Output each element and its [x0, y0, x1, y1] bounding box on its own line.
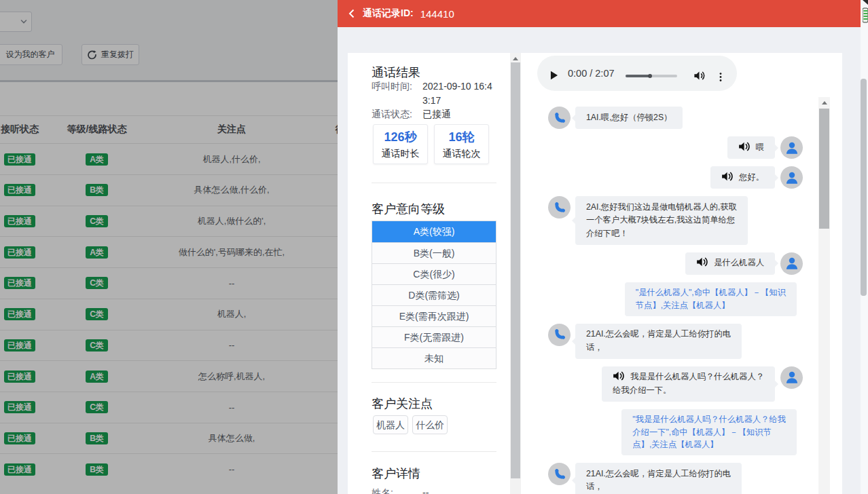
call-time-value: 2021-09-10 16:4 3:17 — [422, 79, 496, 108]
message-bubble: 是什么机器人 — [685, 252, 775, 275]
phone-icon — [552, 200, 567, 215]
focus-tag[interactable]: 机器人 — [373, 415, 408, 434]
message-bubble: 1AI.喂,您好（停顿2S） — [575, 107, 683, 129]
message-text: 1AI.喂,您好（停顿2S） — [586, 113, 672, 122]
chat-message-annotation: "我是是什么机器人吗？什么机器人？给我 介绍一下",命中【机器人】－【知识节 点… — [548, 409, 832, 456]
annotation-text: "是什么机器人",命中【机器人】－【知识 节点】,关注点【机器人】 — [636, 288, 786, 310]
annotation-text: "我是是什么机器人吗？什么机器人？给我 介绍一下",命中【机器人】－【知识节 点… — [632, 415, 786, 449]
speaker-icon — [613, 370, 625, 381]
ai-avatar — [548, 107, 571, 129]
chat-message-user: 是什么机器人 — [548, 252, 832, 275]
intent-option[interactable]: D类(需筛选) — [372, 284, 496, 305]
rounds-value: 16轮 — [448, 129, 474, 145]
bubble-caret — [568, 115, 575, 121]
left-card-scrollbar[interactable] — [510, 53, 521, 494]
bubble-caret — [568, 217, 575, 224]
phone-icon — [552, 467, 567, 482]
chat-message-ai: 1AI.喂,您好（停顿2S） — [548, 107, 832, 129]
drawer-header: 通话记录ID: 144410 — [338, 0, 861, 27]
person-icon — [784, 140, 799, 155]
chat-scrollbar[interactable] — [818, 97, 830, 494]
message-bubble: 我是是什么机器人吗？什么机器人？ 给我介绍一下。 — [602, 366, 775, 402]
chat-message-user: 您好。 — [548, 166, 832, 189]
message-text: 2AI.您好我们这边是做电销机器人的,获取 一个客户大概7块钱左右,我这边简单给… — [586, 202, 737, 238]
chat-panel: 0:00 / 2:07 1AI.喂,您好（停顿2S）喂您好。2AI.您好我们这边… — [521, 53, 842, 494]
user-avatar — [780, 366, 803, 389]
user-avatar — [780, 252, 803, 275]
user-avatar — [780, 136, 803, 159]
message-bubble: 21AI.怎么会呢，肯定是人工给你打的电 话， — [575, 324, 742, 359]
audio-progress-played — [626, 75, 650, 77]
play-icon[interactable] — [550, 71, 558, 80]
intent-option[interactable]: F类(无需跟进) — [372, 326, 496, 347]
chat-scroll-up-button[interactable] — [818, 97, 830, 108]
person-icon — [784, 170, 799, 185]
drawer-scrollbar[interactable] — [861, 0, 868, 494]
focus-tag[interactable]: 什么价 — [412, 415, 448, 434]
ai-avatar — [548, 324, 571, 346]
message-bubble: 您好。 — [710, 166, 775, 189]
user-avatar — [780, 166, 803, 189]
back-icon[interactable] — [347, 9, 357, 18]
chat-message-ai: 21AI.怎么会呢，肯定是人工给你打的电 话， — [548, 324, 832, 359]
message-text: 喂 — [756, 142, 764, 152]
person-icon — [784, 370, 799, 385]
intent-heading: 客户意向等级 — [372, 201, 445, 217]
rounds-label: 通话轮次 — [443, 147, 481, 160]
name-value: -- — [422, 486, 496, 494]
ai-avatar — [548, 463, 571, 485]
intent-option[interactable]: B类(一般) — [372, 242, 496, 263]
call-status-value: 已接通 — [422, 107, 496, 121]
duration-label: 通话时长 — [382, 147, 420, 160]
hit-annotation-bubble: "是什么机器人",命中【机器人】－【知识 节点】,关注点【机器人】 — [625, 282, 797, 316]
person-icon — [784, 256, 799, 271]
call-time-label: 呼叫时间: — [372, 79, 422, 108]
speaker-icon — [696, 256, 708, 267]
widget-icon — [863, 0, 868, 24]
record-id: 144410 — [420, 8, 454, 20]
message-text: 您好。 — [739, 172, 764, 182]
floating-widget-sliver — [863, 0, 868, 24]
ai-avatar — [548, 196, 571, 218]
chat-message-annotation: "是什么机器人",命中【机器人】－【知识 节点】,关注点【机器人】 — [548, 282, 832, 316]
volume-icon[interactable] — [693, 69, 706, 82]
message-text: 21AI.怎么会呢，肯定是人工给你打的电 话， — [586, 329, 731, 352]
drawer-title: 通话记录ID: — [363, 7, 414, 20]
phone-icon — [552, 111, 567, 126]
call-result-card: 通话结果 呼叫时间: 2021-09-10 16:4 3:17 通话状态: 已接… — [348, 53, 521, 494]
duration-stat: 126秒 通话时长 — [373, 124, 428, 164]
screen: 设为我的客户 重复拨打 接听状态 等级/线路状态 关注点 得分 已接通A类机器人… — [0, 0, 868, 494]
chat-transcript: 1AI.喂,您好（停顿2S）喂您好。2AI.您好我们这边是做电销机器人的,获取 … — [521, 97, 832, 494]
drawer-scrollbar-thumb[interactable] — [861, 79, 867, 296]
left-card-scrollbar-thumb[interactable] — [511, 62, 520, 478]
intent-option[interactable]: A类(较强) — [372, 221, 496, 242]
focus-heading: 客户关注点 — [372, 396, 433, 412]
speaker-icon — [721, 171, 734, 182]
speaker-icon — [738, 141, 751, 152]
scroll-up-icon — [513, 57, 518, 60]
bubble-caret — [568, 338, 575, 345]
intent-option[interactable]: 未知 — [372, 347, 496, 368]
audio-time: 0:00 / 2:07 — [568, 68, 615, 79]
intent-option[interactable]: E类(需再次跟进) — [372, 305, 496, 326]
audio-player[interactable]: 0:00 / 2:07 — [537, 56, 737, 91]
message-text: 21AI.怎么会呢，肯定是人工给你打的电 话， — [586, 469, 731, 492]
more-options-icon[interactable] — [718, 71, 723, 83]
customer-heading: 客户详情 — [372, 466, 420, 482]
chat-message-ai: 21AI.怎么会呢，肯定是人工给你打的电 话， — [548, 463, 832, 494]
hit-annotation-bubble: "我是是什么机器人吗？什么机器人？给我 介绍一下",命中【机器人】－【知识节 点… — [621, 409, 797, 456]
audio-progress-knob[interactable] — [648, 74, 652, 78]
message-text: 是什么机器人 — [714, 258, 764, 267]
message-text: 我是是什么机器人吗？什么机器人？ 给我介绍一下。 — [613, 372, 764, 395]
call-result-heading: 通话结果 — [372, 64, 420, 81]
focus-tags: 机器人什么价 — [373, 415, 448, 434]
rounds-stat: 16轮 通话轮次 — [434, 124, 489, 164]
call-status-label: 通话状态: — [372, 107, 422, 121]
audio-progress[interactable] — [626, 75, 677, 77]
intent-option[interactable]: C类(很少) — [372, 263, 496, 284]
call-detail-drawer: 通话记录ID: 144410 通话结果 呼叫时间: 2021-09-10 16:… — [338, 0, 868, 494]
chat-scrollbar-thumb[interactable] — [819, 109, 829, 229]
phone-icon — [552, 327, 567, 342]
message-bubble: 21AI.怎么会呢，肯定是人工给你打的电 话， — [575, 463, 742, 494]
message-bubble: 2AI.您好我们这边是做电销机器人的,获取 一个客户大概7块钱左右,我这边简单给… — [575, 196, 748, 245]
